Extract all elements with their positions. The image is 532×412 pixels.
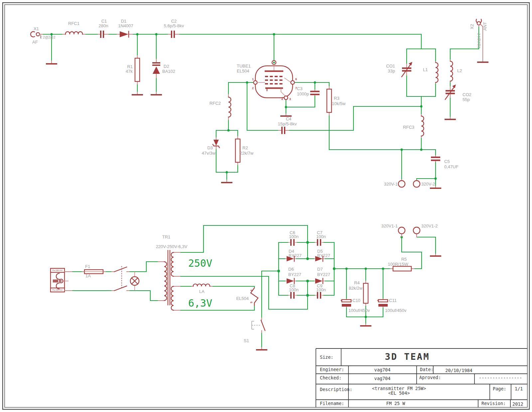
c5-value-label: 0,47UF [444,164,459,169]
d2-value-label: BA102 [162,69,175,74]
r4-ref-label: R4 [354,280,360,285]
c10-ref-label: C10 [352,298,360,303]
c6-value-label: 100n [289,234,299,239]
c11-polarity: + [377,299,379,302]
rfc3-ref-label: RFC3 [403,125,414,130]
c10-polarity: + [340,299,342,302]
d7-value-label: BY227 [317,272,330,277]
wires [43,27,479,347]
r1-ref-label: R1 [127,64,133,69]
f1-value-label: 1A [85,273,91,278]
resistor-r1: R1 47k [126,56,140,84]
x1-pins-label: 2 2@2@2 [40,36,56,39]
r2-ref-label: R2 [242,145,248,150]
terminal-320v-2: 320V-2 [413,180,435,187]
tube-tube1: 1 2 6 7 4 3 TUBE1 EL504 [237,61,297,101]
zener-diode-d3: D3 47v/3w [202,138,219,156]
f1-ref-label: F1 [85,264,90,269]
resistor-r5: R5 100R/15W [388,257,414,271]
variable-capacitor-co1: CO1 33p [386,62,412,77]
terminal-320v-2-label: 320V-2 [421,182,435,187]
heater-pin-4: 4 [250,290,253,291]
c9-value-label: 100n [316,287,326,292]
connector-x2: X2 ANT 2@2@1 2 [469,19,487,60]
x1-ref-label: X1 [34,26,39,31]
date-value: 20/10/1984 [445,368,472,373]
revision-value: 2012 [512,401,523,407]
co2-value-label: 55p [463,97,470,102]
net-label-6v3: 6,3V [188,297,212,309]
size-label: Size: [320,354,333,360]
tube-pin-6: 6 [295,77,297,81]
co2-ref-label: CO2 [463,92,471,97]
capacitor-c11: + C11 100uf/450v [377,298,407,313]
c2-ref-label: C2 [171,19,177,24]
r2-value-label: 22k/7w [240,151,254,156]
team-title: 3D TEAM [385,351,430,362]
filename-value: FM 25 W [386,401,406,406]
x2-ref-label: X2 [469,24,474,29]
c2-value-label: 5,6p/5-8kv [164,23,184,28]
terminal-320v1-1-label: 320V1-1 [381,223,398,228]
terminal-320v1-2-label: 320V1-2 [421,223,438,228]
variable-capacitor-co2: CO2 55p [445,84,471,102]
description-line2: <EL 504> [388,390,410,396]
page-value: 1/1 [515,386,523,391]
heater-el504: 4 5 EL504 [236,288,258,305]
r3-value-label: 10k/5w [332,101,346,106]
d2-ref-label: D2 [164,64,169,69]
tube-pin-2: 2 [252,86,254,90]
capacitor-c3: C3 1000p [297,86,320,96]
d4-value-label: BY227 [289,253,302,258]
c11-value-label: 100uf/450v [385,308,407,313]
checked-label: Checked: [320,375,341,380]
inductor-rfc2: RFC2 [209,94,231,120]
schematic-page: X1 2 2@2@2 AF RFC1 C1 280n D1 1N4007 C2 … [0,0,532,412]
d5-value-label: BY227 [317,253,330,258]
description-label: Description: [320,387,352,392]
c4-ref-label: C4 [286,116,292,121]
l2-ref-label: L2 [457,68,462,73]
rfc1-ref-label: RFC1 [68,21,79,26]
c3-ref-label: C3 [297,86,303,91]
schematic-canvas: X1 2 2@2@2 AF RFC1 C1 280n D1 1N4007 C2 … [0,0,532,412]
net-label-250v: 250V [188,257,212,269]
tube1-value-label: EL504 [237,69,249,73]
filename-label: Filename: [320,401,344,406]
capacitor-c9: C9 100n [315,283,326,299]
c3-value-label: 1000p [297,91,309,96]
c7-value-label: 100n [316,234,326,239]
junction-dots [51,33,437,318]
r4-value-label: 82k/2w [349,286,363,291]
plug-bottom-label: Pw 230V AC [53,289,63,291]
co1-ref-label: CO1 [386,64,395,69]
d1-ref-label: D1 [121,19,127,24]
approved-value: ---------------- [479,375,522,380]
x2-pins-label: 2@2@1 2 [477,33,481,48]
engineer-label: Engineer: [320,367,344,372]
page-label: Page: [493,386,506,391]
resistor-r3: R3 10k/5w [327,86,346,115]
capacitor-c7: C7 100n [315,230,326,246]
inductor-l2: L2 [450,60,462,82]
tr1-value-label: 220V-250V-6,3V [156,244,188,249]
capacitor-c6: C6 100n [288,230,299,246]
fuse-f1: F1 1A [82,264,106,278]
diode-d5: D5 BY227 [314,249,330,261]
mains-plug: Pw 230V AC Pw 230V AC [51,268,72,292]
c1-value-label: 280n [99,23,108,28]
revision-label: Revision: [481,401,506,406]
capacitor-c1: C1 280n [98,19,108,38]
r5-value-label: 100R/15W [388,262,408,267]
d3-value-label: 47v/3w [202,151,216,156]
tube1-ref-label: TUBE1 [237,64,251,69]
transformer-tr1: TR1 220V-250V-6,3V [156,234,188,310]
resistor-r2: R2 22k/7w [235,136,254,165]
date-label: Date: [420,367,434,372]
x2-net-label: ANT [482,22,487,31]
rfc2-ref-label: RFC2 [209,101,221,106]
d3-ref-label: D3 [207,145,213,150]
c10-value-label: 100uf/450v [348,308,370,313]
inductor-rfc1: RFC1 [63,21,85,34]
capacitor-c8: C8 100n [288,283,299,299]
